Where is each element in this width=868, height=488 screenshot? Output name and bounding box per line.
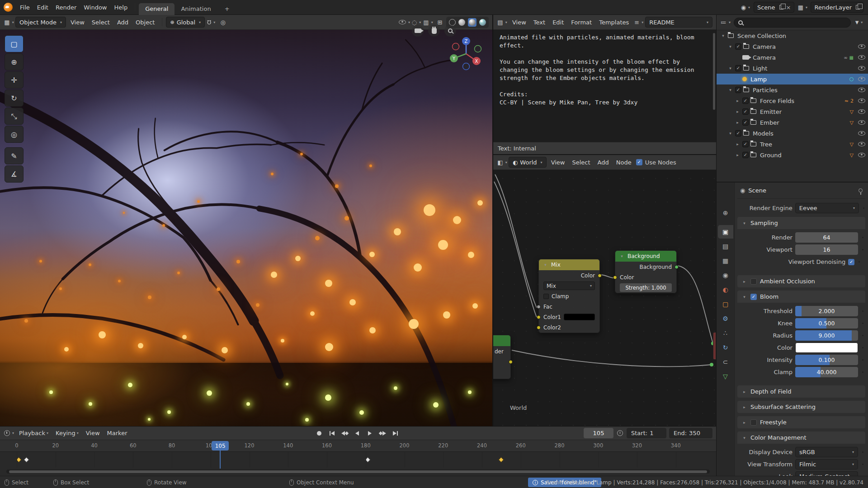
measure-tool[interactable]: ∡ bbox=[5, 165, 24, 183]
checkbox-viewport-denoising[interactable]: ✓ bbox=[848, 259, 854, 265]
outliner-row-camera[interactable]: Camera∞▦ bbox=[717, 52, 868, 63]
properties-tab-physics[interactable]: ↻ bbox=[718, 341, 733, 354]
render-preview[interactable] bbox=[0, 30, 492, 426]
snap-toggle[interactable]: Ω▾ bbox=[206, 17, 217, 28]
collection-checkbox[interactable]: ✓ bbox=[735, 65, 741, 71]
text-menu-format[interactable]: Format bbox=[567, 19, 595, 26]
timeline-scrollbar[interactable] bbox=[6, 469, 710, 474]
menu-render[interactable]: Render bbox=[52, 4, 80, 11]
prev-keyframe-button[interactable] bbox=[339, 428, 350, 438]
navigation-gizmo[interactable]: Z X Y bbox=[448, 36, 484, 72]
shader-type-dropdown[interactable]: ◐World▾ bbox=[509, 157, 547, 168]
expander-icon[interactable]: ▾ bbox=[727, 88, 733, 92]
filter-button[interactable]: ▼▾ bbox=[854, 17, 864, 28]
rotate-tool[interactable]: ↻ bbox=[5, 89, 24, 107]
outliner-row-ember[interactable]: ▸✓Ember▽ bbox=[717, 117, 868, 128]
properties-tab-constraints[interactable]: ⊂ bbox=[718, 355, 733, 369]
color1-input-socket[interactable] bbox=[537, 315, 541, 319]
properties-tab-object[interactable]: ▢ bbox=[718, 297, 733, 311]
timeline-menu-view[interactable]: View bbox=[82, 430, 104, 436]
background-color-input-socket[interactable] bbox=[613, 275, 617, 279]
visibility-eye-icon[interactable] bbox=[858, 77, 865, 81]
keyframe-track[interactable] bbox=[0, 452, 716, 468]
fac-input-socket[interactable] bbox=[537, 305, 541, 309]
text-menu-templates[interactable]: Templates bbox=[595, 19, 632, 26]
viewport-menu-object[interactable]: Object bbox=[132, 19, 158, 26]
timeline-menu-keying[interactable]: Keying▾ bbox=[52, 430, 82, 436]
add-workspace-button[interactable]: + bbox=[218, 3, 236, 15]
color-swatch-color[interactable] bbox=[795, 343, 858, 353]
camera-view-button[interactable] bbox=[412, 25, 424, 37]
render-engine-dropdown[interactable]: Eevee▾ bbox=[795, 203, 859, 213]
outliner-row-tree[interactable]: ▸✓Tree▽ bbox=[717, 139, 868, 150]
new-viewlayer-icon[interactable] bbox=[856, 5, 860, 9]
color2-input-socket[interactable] bbox=[537, 325, 541, 329]
annotate-tool[interactable]: ✎ bbox=[5, 147, 24, 164]
panel-header-bloom[interactable]: ▾✓Bloom bbox=[737, 291, 865, 303]
move-tool[interactable]: ✛ bbox=[5, 71, 24, 89]
background-node[interactable]: ▾Background Background Color Strength: 1… bbox=[615, 250, 677, 293]
panel-header-sampling[interactable]: ▾Sampling bbox=[737, 217, 865, 229]
number-field-viewport[interactable]: 16 bbox=[795, 244, 858, 255]
timeline-menu-playback[interactable]: Playback▾ bbox=[15, 430, 52, 436]
viewport-menu-view[interactable]: View bbox=[67, 19, 88, 26]
zoom-view-button[interactable] bbox=[444, 25, 456, 37]
clipped-node[interactable]: der bbox=[493, 335, 511, 379]
expander-icon[interactable]: ▸ bbox=[735, 142, 741, 146]
visibility-eye-icon[interactable] bbox=[858, 66, 865, 70]
current-frame-badge[interactable]: 105 bbox=[212, 441, 229, 450]
slider-field-intensity[interactable]: 0.100 bbox=[795, 355, 858, 365]
collection-checkbox[interactable]: ✓ bbox=[742, 108, 749, 115]
number-field-render[interactable]: 64 bbox=[795, 232, 858, 243]
expander-icon[interactable]: ▸ bbox=[735, 153, 741, 157]
workspace-tab-animation[interactable]: Animation bbox=[175, 3, 217, 15]
editor-type-button[interactable]: ≔▾ bbox=[720, 17, 731, 28]
mode-dropdown[interactable]: Object Mode▾ bbox=[15, 17, 66, 28]
visibility-eye-icon[interactable] bbox=[858, 142, 865, 146]
outliner-row-particles[interactable]: ▾✓Particles bbox=[717, 84, 868, 95]
record-button[interactable] bbox=[313, 428, 325, 438]
outliner-row-ground[interactable]: ▸✓Ground▽ bbox=[717, 150, 868, 160]
text-menu-text[interactable]: Text bbox=[530, 19, 549, 26]
outliner-row-models[interactable]: ▾✓Models bbox=[717, 128, 868, 139]
transform-tool[interactable]: ◎ bbox=[5, 126, 24, 143]
outliner-row-emitter[interactable]: ▸✓Emitter▽ bbox=[717, 106, 868, 117]
collection-checkbox[interactable]: ✓ bbox=[735, 130, 741, 136]
viewport-menu-add[interactable]: Add bbox=[113, 19, 132, 26]
background-output-socket[interactable] bbox=[675, 265, 679, 269]
visibility-eye-icon[interactable] bbox=[858, 44, 865, 49]
frame-end-field[interactable]: End:350 bbox=[669, 428, 712, 438]
properties-editor[interactable]: ⊕▣▤▦◉◐▢⚙∴↻⊂▽ ◉ Scene Render Engine Eevee… bbox=[716, 183, 868, 476]
node-canvas[interactable]: ▾Mix Color Mix▾ Clamp Fac Color1 Color2 … bbox=[493, 170, 716, 426]
visibility-eye-icon[interactable] bbox=[858, 120, 865, 125]
properties-tab-output[interactable]: ▤ bbox=[718, 239, 733, 253]
text-content[interactable]: Animated file with particles, animated m… bbox=[493, 30, 712, 142]
pan-view-button[interactable] bbox=[428, 25, 440, 37]
next-keyframe-button[interactable] bbox=[377, 428, 388, 438]
expander-icon[interactable]: ▾ bbox=[727, 44, 733, 49]
clamp-checkbox[interactable] bbox=[543, 294, 549, 299]
jump-start-button[interactable] bbox=[326, 428, 338, 438]
bloom-checkbox[interactable]: ✓ bbox=[750, 294, 757, 300]
visibility-eye-icon[interactable] bbox=[858, 55, 865, 60]
mix-node[interactable]: ▾Mix Color Mix▾ Clamp Fac Color1 Color2 bbox=[538, 259, 600, 333]
properties-tab-modifiers[interactable]: ⚙ bbox=[718, 312, 733, 325]
visibility-eye-icon[interactable] bbox=[858, 109, 865, 114]
unlink-scene-icon[interactable]: × bbox=[786, 4, 791, 11]
timeline-menu-marker[interactable]: Marker bbox=[104, 430, 131, 436]
properties-tab-data[interactable]: ▽ bbox=[718, 370, 733, 383]
outliner-row-force-fields[interactable]: ▸✓Force Fields≈2 bbox=[717, 95, 868, 106]
outliner-row-camera[interactable]: ▾✓Camera bbox=[717, 41, 868, 52]
outliner-row-scene-collection[interactable]: ▾Scene Collection bbox=[717, 30, 868, 41]
current-frame-field[interactable]: 105 bbox=[584, 428, 613, 438]
text-menu-view[interactable]: View bbox=[509, 19, 530, 26]
collection-checkbox[interactable]: ✓ bbox=[735, 43, 741, 50]
editor-type-button[interactable]: ▤▾ bbox=[497, 17, 508, 28]
text-editor[interactable]: ▤▾ ViewTextEditFormatTemplates ≡▾ README… bbox=[493, 15, 716, 155]
expander-icon[interactable]: ▾ bbox=[720, 33, 726, 38]
properties-tab-particles[interactable]: ∴ bbox=[718, 326, 733, 340]
strength-field[interactable]: Strength: 1.000 bbox=[620, 283, 672, 292]
properties-tab-scene[interactable]: ◉ bbox=[718, 268, 733, 282]
shader-menu-node[interactable]: Node bbox=[613, 159, 635, 166]
expander-icon[interactable]: ▸ bbox=[735, 99, 741, 103]
